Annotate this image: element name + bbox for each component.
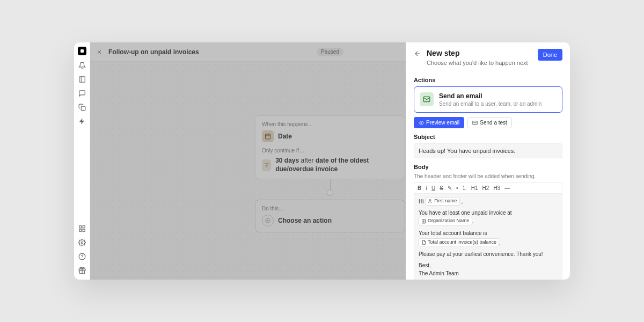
layout-icon[interactable] <box>78 76 86 83</box>
svg-rect-3 <box>83 226 85 228</box>
chat-icon[interactable] <box>78 90 86 97</box>
close-icon[interactable] <box>96 48 103 56</box>
tb-h2[interactable]: H2 <box>482 185 489 191</box>
gear-icon[interactable] <box>78 239 86 246</box>
actions-section-label: Actions <box>414 77 562 83</box>
tb-divider[interactable]: — <box>504 185 510 191</box>
editor-toolbar: B I U S ✎ • 1. H1 H2 H3 — <box>414 182 562 193</box>
svg-rect-5 <box>83 229 85 231</box>
svg-point-12 <box>421 122 422 123</box>
workflow-title: Follow-up on unpaid invoices <box>108 48 199 56</box>
tb-bold[interactable]: B <box>418 185 421 191</box>
done-button[interactable]: Done <box>538 49 562 61</box>
bolt-icon[interactable] <box>78 118 86 125</box>
plus-circle-icon <box>262 215 274 226</box>
tb-underline[interactable]: U <box>431 185 435 191</box>
gift-icon[interactable] <box>78 267 86 274</box>
back-arrow-icon[interactable] <box>414 50 421 57</box>
status-badge: Paused <box>317 48 343 56</box>
tb-h3[interactable]: H3 <box>493 185 500 191</box>
tb-numbered[interactable]: 1. <box>462 185 466 191</box>
action-placeholder-card[interactable]: Do this… Choose an action <box>255 200 405 232</box>
send-email-action[interactable]: Send an email Send an email to a user, t… <box>414 86 562 113</box>
svg-rect-4 <box>79 229 81 231</box>
tb-bullet[interactable]: • <box>456 185 458 191</box>
tb-strike[interactable]: S <box>440 185 443 191</box>
token-organization[interactable]: Organization Name <box>419 217 472 225</box>
step-panel: New step Choose what you'd like to happe… <box>406 42 570 280</box>
filter-icon <box>262 159 271 171</box>
subject-label: Subject <box>414 134 562 140</box>
panel-title: New step <box>427 49 532 57</box>
app-window: Follow-up on unpaid invoices Paused When… <box>74 42 570 280</box>
send-test-button[interactable]: Send a test <box>467 117 512 128</box>
email-body-editor[interactable]: Hi First name , You have at least one un… <box>414 193 562 280</box>
body-hint: The header and footer will be added when… <box>414 173 562 179</box>
calendar-icon <box>262 130 274 142</box>
token-balance[interactable]: Total account invoice(s) balance <box>419 238 499 247</box>
svg-point-6 <box>81 241 83 244</box>
body-label: Body <box>414 164 562 170</box>
condition-text: 30 days after date of the oldest due/ove… <box>275 157 398 173</box>
help-icon[interactable] <box>78 253 86 260</box>
action-label: Do this… <box>262 206 398 211</box>
trigger-card[interactable]: When this happens… Date Only continue if… <box>255 115 405 179</box>
svg-rect-9 <box>266 134 270 139</box>
tb-h1[interactable]: H1 <box>471 185 478 191</box>
action-card-title: Send an email <box>439 92 541 100</box>
trigger-value: Date <box>278 133 292 140</box>
svg-point-14 <box>429 200 431 201</box>
svg-rect-0 <box>79 77 85 83</box>
app-logo <box>78 47 86 55</box>
condition-label: Only continue if… <box>262 148 398 153</box>
left-nav <box>74 42 90 280</box>
tb-italic[interactable]: I <box>426 185 427 191</box>
bell-icon[interactable] <box>78 62 86 69</box>
svg-rect-2 <box>79 226 81 228</box>
action-card-desc: Send an email to a user, team, or an adm… <box>439 101 541 107</box>
preview-email-button[interactable]: Preview email <box>414 117 464 128</box>
trigger-label: When this happens… <box>262 121 398 127</box>
subject-input[interactable] <box>414 143 562 158</box>
tb-highlight[interactable]: ✎ <box>448 185 452 191</box>
panel-subtitle: Choose what you'd like to happen next <box>427 60 532 66</box>
flow-connector <box>330 179 331 193</box>
grid-icon[interactable] <box>78 225 86 232</box>
action-placeholder-text: Choose an action <box>278 217 332 224</box>
mail-icon <box>420 92 434 106</box>
svg-rect-1 <box>81 106 85 111</box>
token-first-name[interactable]: First name <box>425 197 460 206</box>
copy-icon[interactable] <box>78 104 86 111</box>
